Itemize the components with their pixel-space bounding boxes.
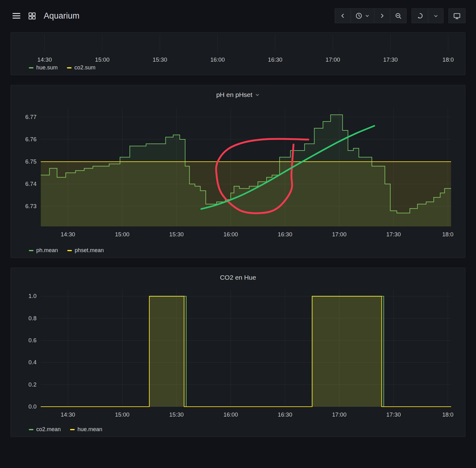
panel-title-ph[interactable]: pH en pHset — [14, 87, 462, 103]
dashboard-title: Aquarium — [44, 11, 80, 21]
legend-swatch — [70, 429, 75, 430]
legend-label: co2.mean — [36, 426, 61, 433]
svg-text:16:30: 16:30 — [268, 56, 283, 63]
series-line-hue.mean — [41, 296, 451, 407]
svg-text:17:30: 17:30 — [386, 411, 401, 418]
legend-label: co2.sum — [74, 64, 95, 71]
svg-text:17:30: 17:30 — [383, 56, 398, 63]
svg-text:6.77: 6.77 — [25, 114, 36, 120]
svg-text:1.0: 1.0 — [29, 293, 37, 299]
view-mode-controls — [448, 8, 465, 23]
legend-label: ph.mean — [36, 247, 58, 254]
time-range-controls — [335, 8, 407, 23]
series-fill-phset.mean — [41, 162, 451, 226]
svg-text:6.76: 6.76 — [25, 136, 36, 142]
svg-text:0.0: 0.0 — [29, 403, 37, 410]
refresh-icon — [416, 12, 424, 20]
legend-item-hue.mean[interactable]: hue.mean — [70, 426, 102, 433]
legend-label: phset.mean — [75, 247, 104, 254]
legend-item-phset.mean[interactable]: phset.mean — [67, 247, 104, 254]
panel-title-co2[interactable]: CO2 en Hue — [14, 270, 462, 285]
svg-text:17:00: 17:00 — [332, 411, 346, 418]
series-fill-co2.mean — [41, 296, 451, 407]
zoom-out-button[interactable] — [390, 8, 407, 23]
dashboard-body: 14:3015:0015:3016:0016:3017:0017:3018:0 … — [0, 32, 476, 437]
legend-label: hue.mean — [77, 426, 102, 433]
svg-text:0.6: 0.6 — [29, 337, 37, 343]
dashboards-grid-icon[interactable] — [27, 11, 37, 21]
svg-text:18:0: 18:0 — [442, 411, 453, 418]
svg-text:15:30: 15:30 — [169, 231, 184, 238]
legend-swatch — [29, 67, 33, 68]
svg-text:6.73: 6.73 — [25, 203, 36, 209]
legend-item-co2.sum[interactable]: co2.sum — [67, 64, 95, 71]
legend-swatch — [29, 250, 33, 251]
legend-swatch — [67, 250, 72, 251]
svg-text:18:0: 18:0 — [443, 56, 454, 63]
svg-text:17:30: 17:30 — [386, 231, 401, 238]
svg-text:15:30: 15:30 — [153, 56, 167, 63]
menu-icon[interactable] — [11, 10, 22, 22]
svg-text:16:30: 16:30 — [278, 231, 292, 238]
svg-text:0.4: 0.4 — [29, 359, 37, 365]
panel-hue-co2-sum-cropped: 14:3015:0015:3016:0016:3017:0017:3018:0 … — [11, 32, 465, 75]
ph-chart[interactable]: 14:3015:0015:3016:0016:3017:0017:3018:06… — [14, 103, 462, 246]
legend-item-hue.sum[interactable]: hue.sum — [29, 64, 58, 71]
refresh-controls — [412, 8, 443, 23]
time-range-back-button[interactable] — [335, 8, 351, 23]
svg-text:17:00: 17:00 — [332, 231, 346, 238]
svg-text:14:30: 14:30 — [37, 56, 52, 63]
monitor-icon — [453, 12, 461, 20]
series-line-co2.mean — [41, 296, 451, 407]
legend-item-co2.mean[interactable]: co2.mean — [29, 426, 61, 433]
svg-text:17:00: 17:00 — [326, 56, 340, 63]
svg-text:0.8: 0.8 — [29, 315, 37, 321]
chevron-down-icon — [433, 13, 439, 19]
svg-text:16:00: 16:00 — [210, 56, 225, 63]
time-range-forward-button[interactable] — [374, 8, 390, 23]
svg-text:15:00: 15:00 — [95, 56, 110, 63]
legend-swatch — [29, 429, 33, 430]
svg-text:15:00: 15:00 — [115, 411, 130, 418]
toolbar — [335, 8, 465, 23]
legend-item-ph.mean[interactable]: ph.mean — [29, 247, 58, 254]
refresh-interval-button[interactable] — [428, 8, 443, 23]
panel-title-text: pH en pHset — [216, 91, 253, 98]
hue-co2-sum-chart[interactable]: 14:3015:0015:3016:0016:3017:0017:3018:0 — [14, 34, 462, 63]
refresh-button[interactable] — [412, 8, 428, 23]
chevron-right-icon — [379, 12, 386, 19]
svg-text:16:30: 16:30 — [278, 411, 292, 418]
legend-swatch — [67, 67, 72, 68]
svg-text:6.75: 6.75 — [25, 158, 36, 165]
co2-chart[interactable]: 14:3015:0015:3016:0016:3017:0017:3018:00… — [14, 285, 462, 425]
zoom-out-icon — [394, 12, 402, 20]
chevron-left-icon — [339, 12, 346, 19]
series-fill-hue.mean — [41, 296, 451, 407]
svg-text:16:00: 16:00 — [223, 411, 238, 418]
svg-text:6.74: 6.74 — [25, 181, 36, 187]
ph-legend: ph.meanphset.mean — [29, 247, 462, 254]
svg-text:14:30: 14:30 — [61, 411, 75, 418]
co2-legend: co2.meanhue.mean — [29, 426, 462, 433]
legend-label: hue.sum — [36, 64, 58, 71]
svg-text:15:30: 15:30 — [169, 411, 184, 418]
clock-icon — [355, 12, 363, 20]
chevron-down-icon — [365, 13, 370, 18]
svg-text:15:00: 15:00 — [115, 231, 130, 238]
chevron-down-icon — [255, 93, 260, 97]
header: Aquarium — [0, 0, 476, 32]
panel-co2: CO2 en Hue 14:3015:0015:3016:0016:3017:0… — [11, 268, 465, 437]
svg-text:0.2: 0.2 — [29, 381, 37, 388]
svg-text:14:30: 14:30 — [61, 231, 75, 238]
panel-title-text: CO2 en Hue — [220, 274, 256, 281]
panel-ph: pH en pHset 14:3015:0015:3016:0016:3017:… — [11, 85, 465, 258]
hue-co2-sum-legend: hue.sumco2.sum — [29, 64, 462, 71]
kiosk-mode-button[interactable] — [448, 8, 465, 23]
time-picker-button[interactable] — [350, 8, 374, 23]
svg-text:16:00: 16:00 — [223, 231, 238, 238]
svg-text:18:0: 18:0 — [442, 231, 453, 238]
